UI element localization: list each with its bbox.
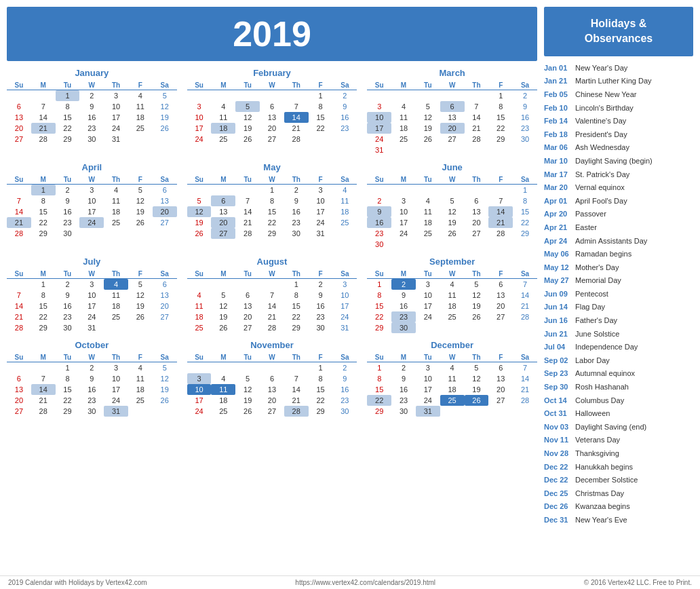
holiday-item: Dec 25Christmas Day bbox=[544, 487, 693, 501]
day-header: F bbox=[488, 353, 513, 362]
day-cell: 25 bbox=[416, 228, 440, 239]
day-cell: 16 bbox=[284, 206, 309, 217]
empty-cell bbox=[513, 406, 537, 417]
holiday-date: Jan 01 bbox=[544, 62, 571, 75]
holiday-item: Jun 14Flag Day bbox=[544, 301, 693, 314]
day-cell: 23 bbox=[367, 228, 391, 239]
cal-table: SuMTuWThFSa12345678910111213141516171819… bbox=[367, 269, 537, 333]
empty-cell bbox=[332, 134, 357, 145]
empty-cell bbox=[153, 406, 177, 417]
day-cell: 14 bbox=[284, 112, 309, 123]
day-cell: 10 bbox=[416, 290, 440, 301]
day-cell: 3 bbox=[416, 279, 440, 290]
holiday-item: Mar 17St. Patrick's Day bbox=[544, 168, 693, 182]
month-block-april: AprilSuMTuWThFSa123456789101112131415161… bbox=[7, 162, 177, 250]
day-cell: 16 bbox=[332, 384, 357, 395]
day-cell: 7 bbox=[465, 101, 489, 112]
day-cell: 9 bbox=[332, 101, 357, 112]
day-cell: 22 bbox=[488, 123, 513, 134]
day-cell: 20 bbox=[235, 311, 260, 322]
day-cell: 13 bbox=[211, 206, 235, 217]
month-block-september: SeptemberSuMTuWThFSa12345678910111213141… bbox=[367, 256, 537, 333]
day-cell: 22 bbox=[56, 395, 80, 406]
day-cell: 20 bbox=[153, 206, 177, 217]
day-cell: 15 bbox=[31, 301, 56, 311]
holiday-name: Passover bbox=[575, 208, 606, 221]
day-cell: 16 bbox=[391, 384, 416, 395]
day-cell: 19 bbox=[465, 301, 489, 311]
day-header: Tu bbox=[235, 353, 260, 362]
day-cell: 6 bbox=[7, 373, 31, 384]
day-cell: 31 bbox=[309, 228, 333, 239]
empty-cell bbox=[153, 322, 177, 333]
day-cell: 23 bbox=[79, 395, 104, 406]
day-cell: 8 bbox=[309, 101, 333, 112]
day-cell: 16 bbox=[332, 112, 357, 123]
cal-table: SuMTuWThFSa12345678910111213141516171819… bbox=[367, 353, 537, 417]
month-block-march: MarchSuMTuWThFSa123456789101112131415161… bbox=[367, 68, 537, 155]
day-cell: 6 bbox=[153, 279, 177, 290]
empty-cell bbox=[153, 228, 177, 239]
day-header: Su bbox=[7, 175, 31, 185]
empty-cell bbox=[332, 228, 357, 239]
day-cell: 13 bbox=[488, 290, 513, 301]
day-cell: 22 bbox=[309, 123, 333, 134]
holiday-item: Nov 11Veterans Day bbox=[544, 434, 693, 447]
holiday-item: Apr 21Easter bbox=[544, 221, 693, 235]
empty-cell bbox=[465, 322, 489, 333]
day-cell: 28 bbox=[260, 322, 284, 333]
day-cell: 2 bbox=[79, 90, 104, 102]
day-cell: 3 bbox=[79, 185, 104, 196]
day-cell: 18 bbox=[128, 112, 153, 123]
empty-cell bbox=[513, 322, 537, 333]
day-cell: 19 bbox=[465, 384, 489, 395]
holiday-date: Nov 03 bbox=[544, 421, 571, 434]
sidebar-header: Holidays &Observances bbox=[544, 7, 693, 56]
day-cell: 3 bbox=[391, 195, 416, 206]
day-cell: 23 bbox=[284, 217, 309, 228]
empty-cell bbox=[416, 90, 440, 102]
day-cell: 20 bbox=[260, 123, 284, 134]
empty-cell bbox=[235, 279, 260, 290]
day-cell: 2 bbox=[513, 90, 537, 102]
day-header: W bbox=[260, 353, 284, 362]
empty-cell bbox=[187, 279, 212, 290]
day-cell: 3 bbox=[416, 362, 440, 374]
day-cell: 26 bbox=[440, 228, 465, 239]
day-cell: 21 bbox=[488, 217, 513, 228]
day-cell: 29 bbox=[31, 228, 56, 239]
day-cell: 20 bbox=[440, 123, 465, 134]
day-cell: 13 bbox=[260, 384, 284, 395]
day-cell: 29 bbox=[488, 134, 513, 145]
day-cell: 5 bbox=[416, 101, 440, 112]
holiday-date: Apr 21 bbox=[544, 222, 571, 234]
holiday-item: Dec 22December Solstice bbox=[544, 474, 693, 487]
day-cell: 26 bbox=[153, 123, 177, 134]
day-header: F bbox=[488, 175, 513, 185]
day-cell: 15 bbox=[56, 384, 80, 395]
holiday-item: Dec 22Hanukkah begins bbox=[544, 461, 693, 474]
day-cell: 15 bbox=[513, 206, 537, 217]
holiday-name: Rosh Hashanah bbox=[575, 381, 629, 394]
day-header: Tu bbox=[56, 353, 80, 362]
holiday-name: Chinese New Year bbox=[575, 89, 637, 101]
day-cell: 18 bbox=[440, 301, 465, 311]
empty-cell bbox=[488, 145, 513, 155]
day-cell: 27 bbox=[260, 406, 284, 417]
day-cell: 22 bbox=[367, 395, 391, 406]
day-cell: 24 bbox=[187, 134, 212, 145]
holiday-date: Jun 14 bbox=[544, 301, 571, 314]
day-cell: 26 bbox=[187, 228, 212, 239]
day-cell: 13 bbox=[153, 290, 177, 301]
day-cell: 12 bbox=[465, 290, 489, 301]
day-cell: 15 bbox=[488, 112, 513, 123]
day-cell: 21 bbox=[513, 384, 537, 395]
day-cell: 4 bbox=[187, 290, 212, 301]
day-cell: 1 bbox=[309, 362, 333, 374]
day-header: W bbox=[440, 81, 465, 90]
day-cell: 21 bbox=[7, 217, 31, 228]
day-cell: 7 bbox=[284, 101, 309, 112]
holiday-item: Apr 24Admin Assistants Day bbox=[544, 235, 693, 248]
empty-cell bbox=[79, 228, 104, 239]
day-cell: 14 bbox=[31, 384, 56, 395]
